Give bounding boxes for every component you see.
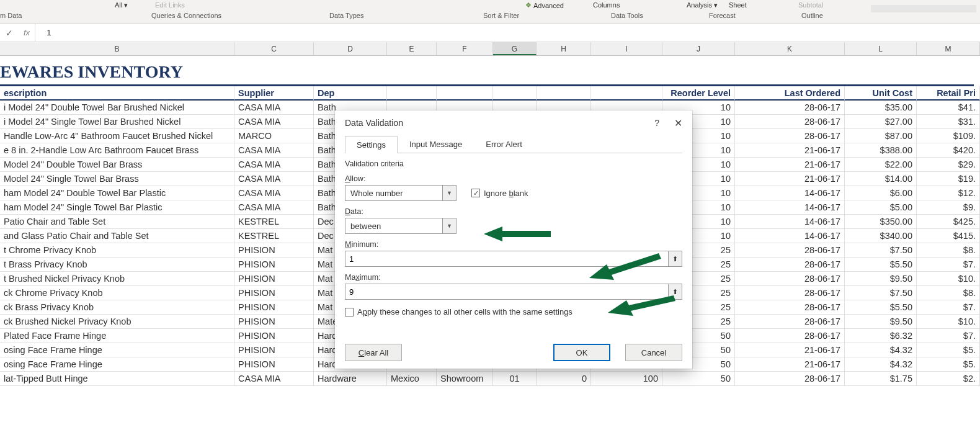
column-header-C[interactable]: C bbox=[234, 42, 314, 55]
table-header[interactable]: escription bbox=[0, 86, 234, 101]
ok-button[interactable]: OK bbox=[553, 344, 610, 361]
table-cell[interactable]: $10. bbox=[917, 272, 980, 286]
table-cell[interactable]: $7.50 bbox=[845, 243, 917, 258]
column-header-F[interactable]: F bbox=[437, 42, 493, 55]
table-cell[interactable]: $31. bbox=[917, 115, 980, 129]
table-cell[interactable]: PHISION bbox=[234, 343, 314, 357]
table-cell[interactable]: $350.00 bbox=[845, 215, 917, 229]
table-cell[interactable]: e 8 in. 2-Handle Low Arc Bathroom Faucet… bbox=[0, 143, 234, 158]
table-cell[interactable]: $6.32 bbox=[845, 329, 917, 343]
table-cell[interactable]: $4.32 bbox=[845, 357, 917, 372]
clear-all-button[interactable]: Clear All bbox=[345, 344, 402, 361]
table-cell[interactable]: $388.00 bbox=[845, 143, 917, 158]
table-cell[interactable]: osing Face Frame Hinge bbox=[0, 357, 234, 372]
table-cell[interactable]: 28-06-17 bbox=[735, 286, 845, 300]
data-combo[interactable]: between ▼ bbox=[345, 218, 457, 234]
table-cell[interactable]: Hardware bbox=[314, 372, 387, 386]
table-cell[interactable]: PHISION bbox=[234, 286, 314, 300]
table-cell[interactable]: $27.00 bbox=[845, 115, 917, 129]
table-cell[interactable]: 28-06-17 bbox=[735, 243, 845, 258]
table-header[interactable] bbox=[437, 86, 493, 101]
table-cell[interactable]: t Brushed Nickel Privacy Knob bbox=[0, 272, 234, 286]
table-cell[interactable]: CASA MIA bbox=[234, 101, 314, 115]
table-cell[interactable]: CASA MIA bbox=[234, 143, 314, 158]
table-cell[interactable]: Handle Low-Arc 4" Bathroom Faucet Brushe… bbox=[0, 129, 234, 143]
table-cell[interactable]: MARCO bbox=[234, 129, 314, 143]
table-cell[interactable]: CASA MIA bbox=[234, 158, 314, 172]
table-cell[interactable]: Model 24" Single Towel Bar Brass bbox=[0, 172, 234, 186]
table-cell[interactable]: $5.00 bbox=[845, 200, 917, 215]
table-cell[interactable]: 28-06-17 bbox=[735, 115, 845, 129]
table-cell[interactable]: $12. bbox=[917, 186, 980, 200]
column-header-H[interactable]: H bbox=[537, 42, 591, 55]
table-cell[interactable]: PHISION bbox=[234, 315, 314, 329]
column-header-J[interactable]: J bbox=[662, 42, 735, 55]
table-cell[interactable]: $1.75 bbox=[845, 372, 917, 386]
table-cell[interactable]: 28-06-17 bbox=[735, 258, 845, 272]
column-header-E[interactable]: E bbox=[387, 42, 437, 55]
table-cell[interactable]: t Chrome Privacy Knob bbox=[0, 243, 234, 258]
table-cell[interactable]: i Model 24" Single Towel Bar Brushed Nic… bbox=[0, 115, 234, 129]
table-cell[interactable]: $420. bbox=[917, 143, 980, 158]
table-header[interactable]: Supplier bbox=[234, 86, 314, 101]
allow-combo[interactable]: Whole number ▼ bbox=[345, 185, 457, 201]
formula-confirm-icon[interactable]: ✓ bbox=[0, 28, 19, 38]
table-cell[interactable]: Patio Chair and Table Set bbox=[0, 215, 234, 229]
table-cell[interactable]: 28-06-17 bbox=[735, 315, 845, 329]
table-cell[interactable]: $5. bbox=[917, 357, 980, 372]
table-cell[interactable]: 28-06-17 bbox=[735, 372, 845, 386]
table-cell[interactable]: $7. bbox=[917, 329, 980, 343]
ribbon-advanced[interactable]: ❖Advanced bbox=[525, 1, 564, 9]
column-header-K[interactable]: K bbox=[735, 42, 845, 55]
table-cell[interactable]: 28-06-17 bbox=[735, 300, 845, 315]
chevron-down-icon[interactable]: ▼ bbox=[442, 218, 456, 233]
table-cell[interactable]: t Brass Privacy Knob bbox=[0, 258, 234, 272]
table-cell[interactable]: osing Face Frame Hinge bbox=[0, 343, 234, 357]
table-cell[interactable]: $87.00 bbox=[845, 129, 917, 143]
table-cell[interactable]: $7.50 bbox=[845, 286, 917, 300]
table-cell[interactable]: CASA MIA bbox=[234, 186, 314, 200]
table-cell[interactable]: 28-06-17 bbox=[735, 329, 845, 343]
table-cell[interactable]: $8. bbox=[917, 243, 980, 258]
cancel-button[interactable]: Cancel bbox=[625, 344, 682, 361]
table-cell[interactable]: $340.00 bbox=[845, 229, 917, 243]
table-cell[interactable]: i Model 24" Double Towel Bar Brushed Nic… bbox=[0, 101, 234, 115]
column-header-D[interactable]: D bbox=[314, 42, 387, 55]
table-cell[interactable]: $5.50 bbox=[845, 300, 917, 315]
column-header-G[interactable]: G bbox=[493, 42, 537, 55]
table-cell[interactable]: 21-06-17 bbox=[735, 357, 845, 372]
table-cell[interactable]: $7. bbox=[917, 300, 980, 315]
tab-settings[interactable]: Settings bbox=[345, 136, 398, 153]
table-cell[interactable]: $8. bbox=[917, 286, 980, 300]
column-header-L[interactable]: L bbox=[845, 42, 917, 55]
ribbon-columns[interactable]: Columns bbox=[593, 1, 620, 9]
table-cell[interactable]: CASA MIA bbox=[234, 115, 314, 129]
table-cell[interactable]: 0 bbox=[537, 372, 591, 386]
table-header[interactable]: Reorder Level bbox=[662, 86, 735, 101]
table-cell[interactable]: $19. bbox=[917, 172, 980, 186]
table-cell[interactable]: 14-06-17 bbox=[735, 229, 845, 243]
table-row[interactable]: lat-Tipped Butt HingeCASA MIAHardwareMex… bbox=[0, 372, 980, 386]
dialog-titlebar[interactable]: Data Validation ? ✕ bbox=[335, 110, 692, 135]
table-cell[interactable]: $7. bbox=[917, 258, 980, 272]
chevron-down-icon[interactable]: ▼ bbox=[442, 186, 456, 200]
table-cell[interactable]: 21-06-17 bbox=[735, 158, 845, 172]
tab-error-alert[interactable]: Error Alert bbox=[474, 135, 534, 153]
table-cell[interactable]: $9.50 bbox=[845, 315, 917, 329]
table-cell[interactable]: and Glass Patio Chair and Table Set bbox=[0, 229, 234, 243]
table-cell[interactable]: $10. bbox=[917, 315, 980, 329]
table-header[interactable]: Last Ordered bbox=[735, 86, 845, 101]
ribbon-all[interactable]: All ▾ bbox=[115, 1, 128, 9]
fx-icon[interactable]: fx bbox=[19, 24, 35, 42]
dialog-help-icon[interactable]: ? bbox=[654, 118, 659, 128]
range-picker-icon[interactable]: ⬆ bbox=[669, 251, 682, 267]
table-header[interactable] bbox=[493, 86, 537, 101]
table-cell[interactable]: $35.00 bbox=[845, 101, 917, 115]
table-cell[interactable]: $14.00 bbox=[845, 172, 917, 186]
table-cell[interactable]: PHISION bbox=[234, 272, 314, 286]
table-cell[interactable]: $425. bbox=[917, 215, 980, 229]
table-cell[interactable]: $5. bbox=[917, 343, 980, 357]
table-cell[interactable]: 21-06-17 bbox=[735, 172, 845, 186]
table-cell[interactable]: PHISION bbox=[234, 243, 314, 258]
table-cell[interactable]: $9. bbox=[917, 200, 980, 215]
